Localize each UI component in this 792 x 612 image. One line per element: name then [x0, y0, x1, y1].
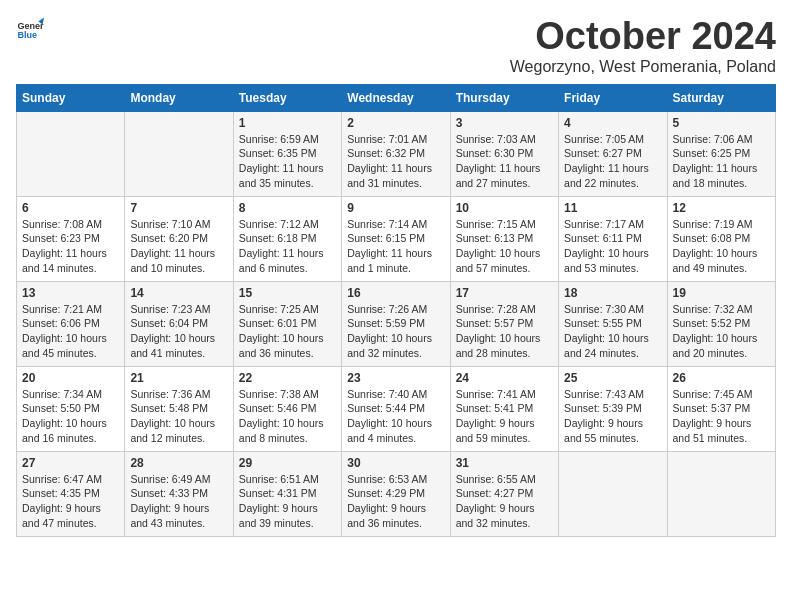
day-cell [17, 111, 125, 196]
day-cell: 13 Sunrise: 7:21 AMSunset: 6:06 PMDaylig… [17, 281, 125, 366]
day-number: 17 [456, 286, 553, 300]
day-cell [667, 451, 775, 536]
day-cell: 30 Sunrise: 6:53 AMSunset: 4:29 PMDaylig… [342, 451, 450, 536]
day-number: 20 [22, 371, 119, 385]
day-info: Sunrise: 7:10 AMSunset: 6:20 PMDaylight:… [130, 217, 227, 276]
day-info: Sunrise: 7:34 AMSunset: 5:50 PMDaylight:… [22, 387, 119, 446]
day-number: 7 [130, 201, 227, 215]
day-number: 21 [130, 371, 227, 385]
header-saturday: Saturday [667, 84, 775, 111]
day-number: 29 [239, 456, 336, 470]
day-cell [125, 111, 233, 196]
day-cell: 14 Sunrise: 7:23 AMSunset: 6:04 PMDaylig… [125, 281, 233, 366]
day-info: Sunrise: 7:45 AMSunset: 5:37 PMDaylight:… [673, 387, 770, 446]
day-number: 5 [673, 116, 770, 130]
day-number: 14 [130, 286, 227, 300]
day-number: 30 [347, 456, 444, 470]
day-info: Sunrise: 7:19 AMSunset: 6:08 PMDaylight:… [673, 217, 770, 276]
day-cell: 17 Sunrise: 7:28 AMSunset: 5:57 PMDaylig… [450, 281, 558, 366]
header-wednesday: Wednesday [342, 84, 450, 111]
day-cell: 16 Sunrise: 7:26 AMSunset: 5:59 PMDaylig… [342, 281, 450, 366]
day-info: Sunrise: 7:32 AMSunset: 5:52 PMDaylight:… [673, 302, 770, 361]
week-row-3: 20 Sunrise: 7:34 AMSunset: 5:50 PMDaylig… [17, 366, 776, 451]
day-number: 25 [564, 371, 661, 385]
day-number: 19 [673, 286, 770, 300]
day-number: 23 [347, 371, 444, 385]
header-row: Sunday Monday Tuesday Wednesday Thursday… [17, 84, 776, 111]
day-number: 26 [673, 371, 770, 385]
day-cell: 20 Sunrise: 7:34 AMSunset: 5:50 PMDaylig… [17, 366, 125, 451]
day-number: 2 [347, 116, 444, 130]
day-number: 15 [239, 286, 336, 300]
logo: General Blue [16, 16, 44, 44]
day-cell: 15 Sunrise: 7:25 AMSunset: 6:01 PMDaylig… [233, 281, 341, 366]
day-number: 31 [456, 456, 553, 470]
day-cell: 26 Sunrise: 7:45 AMSunset: 5:37 PMDaylig… [667, 366, 775, 451]
day-cell: 1 Sunrise: 6:59 AMSunset: 6:35 PMDayligh… [233, 111, 341, 196]
week-row-2: 13 Sunrise: 7:21 AMSunset: 6:06 PMDaylig… [17, 281, 776, 366]
day-cell: 7 Sunrise: 7:10 AMSunset: 6:20 PMDayligh… [125, 196, 233, 281]
day-info: Sunrise: 7:40 AMSunset: 5:44 PMDaylight:… [347, 387, 444, 446]
day-cell: 12 Sunrise: 7:19 AMSunset: 6:08 PMDaylig… [667, 196, 775, 281]
day-info: Sunrise: 6:53 AMSunset: 4:29 PMDaylight:… [347, 472, 444, 531]
day-info: Sunrise: 6:51 AMSunset: 4:31 PMDaylight:… [239, 472, 336, 531]
day-info: Sunrise: 7:12 AMSunset: 6:18 PMDaylight:… [239, 217, 336, 276]
day-number: 8 [239, 201, 336, 215]
day-info: Sunrise: 7:43 AMSunset: 5:39 PMDaylight:… [564, 387, 661, 446]
day-info: Sunrise: 7:14 AMSunset: 6:15 PMDaylight:… [347, 217, 444, 276]
header-thursday: Thursday [450, 84, 558, 111]
day-cell: 23 Sunrise: 7:40 AMSunset: 5:44 PMDaylig… [342, 366, 450, 451]
day-number: 10 [456, 201, 553, 215]
day-info: Sunrise: 7:30 AMSunset: 5:55 PMDaylight:… [564, 302, 661, 361]
day-cell: 27 Sunrise: 6:47 AMSunset: 4:35 PMDaylig… [17, 451, 125, 536]
week-row-1: 6 Sunrise: 7:08 AMSunset: 6:23 PMDayligh… [17, 196, 776, 281]
day-cell: 28 Sunrise: 6:49 AMSunset: 4:33 PMDaylig… [125, 451, 233, 536]
day-cell: 4 Sunrise: 7:05 AMSunset: 6:27 PMDayligh… [559, 111, 667, 196]
day-cell: 2 Sunrise: 7:01 AMSunset: 6:32 PMDayligh… [342, 111, 450, 196]
day-info: Sunrise: 7:17 AMSunset: 6:11 PMDaylight:… [564, 217, 661, 276]
day-info: Sunrise: 7:25 AMSunset: 6:01 PMDaylight:… [239, 302, 336, 361]
day-info: Sunrise: 7:28 AMSunset: 5:57 PMDaylight:… [456, 302, 553, 361]
day-info: Sunrise: 7:41 AMSunset: 5:41 PMDaylight:… [456, 387, 553, 446]
day-cell: 18 Sunrise: 7:30 AMSunset: 5:55 PMDaylig… [559, 281, 667, 366]
day-number: 1 [239, 116, 336, 130]
day-cell: 25 Sunrise: 7:43 AMSunset: 5:39 PMDaylig… [559, 366, 667, 451]
day-info: Sunrise: 7:38 AMSunset: 5:46 PMDaylight:… [239, 387, 336, 446]
day-cell: 19 Sunrise: 7:32 AMSunset: 5:52 PMDaylig… [667, 281, 775, 366]
day-info: Sunrise: 6:59 AMSunset: 6:35 PMDaylight:… [239, 132, 336, 191]
day-number: 18 [564, 286, 661, 300]
location-title: Wegorzyno, West Pomerania, Poland [510, 58, 776, 76]
day-cell: 9 Sunrise: 7:14 AMSunset: 6:15 PMDayligh… [342, 196, 450, 281]
day-info: Sunrise: 6:47 AMSunset: 4:35 PMDaylight:… [22, 472, 119, 531]
day-info: Sunrise: 7:01 AMSunset: 6:32 PMDaylight:… [347, 132, 444, 191]
day-info: Sunrise: 7:26 AMSunset: 5:59 PMDaylight:… [347, 302, 444, 361]
week-row-4: 27 Sunrise: 6:47 AMSunset: 4:35 PMDaylig… [17, 451, 776, 536]
day-cell: 11 Sunrise: 7:17 AMSunset: 6:11 PMDaylig… [559, 196, 667, 281]
day-cell: 21 Sunrise: 7:36 AMSunset: 5:48 PMDaylig… [125, 366, 233, 451]
day-info: Sunrise: 6:49 AMSunset: 4:33 PMDaylight:… [130, 472, 227, 531]
day-number: 6 [22, 201, 119, 215]
day-cell: 31 Sunrise: 6:55 AMSunset: 4:27 PMDaylig… [450, 451, 558, 536]
day-number: 3 [456, 116, 553, 130]
header-sunday: Sunday [17, 84, 125, 111]
week-row-0: 1 Sunrise: 6:59 AMSunset: 6:35 PMDayligh… [17, 111, 776, 196]
month-title: October 2024 [510, 16, 776, 58]
day-info: Sunrise: 7:08 AMSunset: 6:23 PMDaylight:… [22, 217, 119, 276]
day-info: Sunrise: 7:06 AMSunset: 6:25 PMDaylight:… [673, 132, 770, 191]
day-info: Sunrise: 7:03 AMSunset: 6:30 PMDaylight:… [456, 132, 553, 191]
day-number: 9 [347, 201, 444, 215]
day-number: 27 [22, 456, 119, 470]
day-info: Sunrise: 7:36 AMSunset: 5:48 PMDaylight:… [130, 387, 227, 446]
day-number: 22 [239, 371, 336, 385]
day-info: Sunrise: 7:05 AMSunset: 6:27 PMDaylight:… [564, 132, 661, 191]
day-number: 4 [564, 116, 661, 130]
header-tuesday: Tuesday [233, 84, 341, 111]
day-cell: 10 Sunrise: 7:15 AMSunset: 6:13 PMDaylig… [450, 196, 558, 281]
day-number: 12 [673, 201, 770, 215]
header-monday: Monday [125, 84, 233, 111]
day-number: 13 [22, 286, 119, 300]
day-info: Sunrise: 6:55 AMSunset: 4:27 PMDaylight:… [456, 472, 553, 531]
day-cell: 6 Sunrise: 7:08 AMSunset: 6:23 PMDayligh… [17, 196, 125, 281]
day-info: Sunrise: 7:21 AMSunset: 6:06 PMDaylight:… [22, 302, 119, 361]
calendar-table: Sunday Monday Tuesday Wednesday Thursday… [16, 84, 776, 537]
